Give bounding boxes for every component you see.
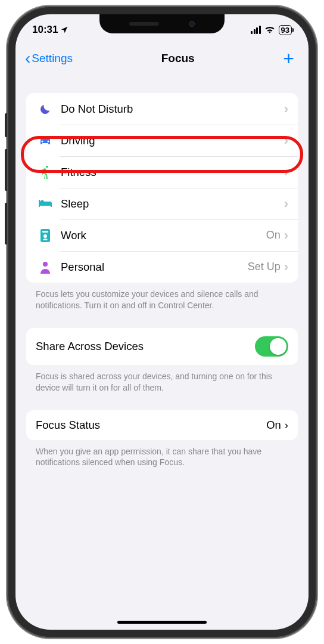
focus-status: Set Up [248, 261, 281, 273]
add-button[interactable]: + [283, 49, 299, 68]
focus-label: Work [61, 229, 266, 242]
focus-row-sleep[interactable]: Sleep› [26, 188, 298, 219]
focus-label: Driving [61, 134, 284, 147]
phone-frame: 10:31 93 ‹ Settings Focus + [7, 6, 317, 638]
share-devices-toggle[interactable] [255, 336, 288, 357]
chevron-right-icon: › [284, 165, 288, 180]
focus-status-label: Focus Status [36, 419, 100, 432]
back-label: Settings [32, 52, 73, 65]
nav-bar: ‹ Settings Focus + [15, 45, 309, 75]
wifi-icon [264, 26, 275, 34]
share-description: Focus is shared across your devices, and… [26, 365, 298, 394]
focus-row-driving[interactable]: Driving› [26, 125, 298, 156]
focus-label: Personal [61, 261, 248, 274]
focus-label: Do Not Disturb [61, 103, 284, 116]
bed-icon [36, 199, 55, 209]
battery-icon: 93 [279, 25, 292, 35]
focus-row-personal[interactable]: PersonalSet Up› [26, 251, 298, 283]
chevron-right-icon: › [284, 101, 288, 117]
focus-status-value: On [266, 419, 281, 432]
chevron-right-icon: › [284, 228, 288, 243]
chevron-right-icon: › [284, 259, 288, 275]
cellular-signal-icon [251, 26, 261, 34]
chevron-right-icon: › [284, 133, 288, 148]
focus-modes-list: Do Not Disturb›Driving›Fitness›Sleep›Wor… [26, 93, 298, 283]
focus-row-fitness[interactable]: Fitness› [26, 156, 298, 188]
focus-description: Focus lets you customize your devices an… [26, 283, 298, 311]
location-icon [60, 26, 68, 34]
chevron-left-icon: ‹ [25, 50, 30, 67]
focus-row-dnd[interactable]: Do Not Disturb› [26, 93, 298, 125]
back-button[interactable]: ‹ Settings [25, 50, 73, 67]
focus-label: Fitness [61, 166, 284, 179]
screen: 10:31 93 ‹ Settings Focus + [15, 14, 309, 630]
moon-icon [36, 103, 55, 116]
share-devices-card: Share Across Devices [26, 328, 298, 365]
chevron-right-icon: › [284, 196, 288, 212]
focus-row-work[interactable]: WorkOn› [26, 219, 298, 251]
focus-status: On [266, 229, 281, 242]
home-indicator[interactable] [117, 621, 207, 624]
notch [99, 14, 225, 33]
status-time: 10:31 [32, 24, 58, 36]
focus-status-description: When you give an app permission, it can … [26, 440, 298, 469]
svg-point-3 [43, 262, 48, 267]
car-icon [36, 135, 55, 147]
focus-status-card[interactable]: Focus Status On › [26, 410, 298, 440]
runner-icon [36, 166, 55, 179]
page-title: Focus [161, 52, 195, 65]
share-devices-label: Share Across Devices [36, 340, 144, 353]
svg-rect-1 [42, 231, 48, 233]
chevron-right-icon: › [285, 419, 288, 432]
focus-label: Sleep [61, 197, 284, 210]
person-icon [36, 261, 55, 274]
svg-point-2 [43, 234, 47, 238]
badge-icon [36, 228, 55, 243]
